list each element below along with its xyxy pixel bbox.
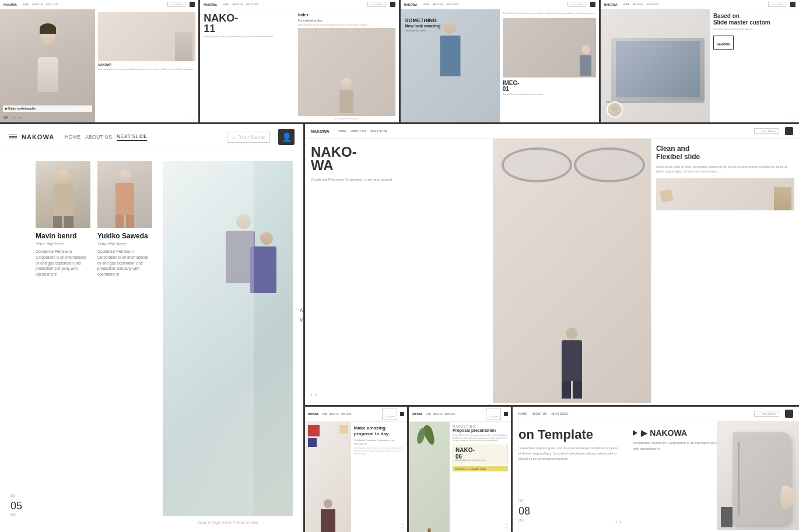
slide3-something: SOMETHING bbox=[405, 18, 495, 24]
next-arrow[interactable]: ∨ bbox=[299, 316, 303, 323]
slide4-slide-master: Slide master custom bbox=[713, 19, 796, 26]
right-bottom-slide: HOME ABOUT US NEXT SLIDE ⌕ Your Name bbox=[513, 407, 799, 532]
person2-desc: Occidental Petroleum Corporation is an i… bbox=[97, 249, 152, 277]
rbc-on: on Template bbox=[518, 428, 621, 441]
search-box[interactable]: ⌕ Your Name bbox=[227, 132, 270, 143]
slide3-imeg-num: 01 bbox=[503, 86, 596, 92]
user-avatar[interactable]: 👤 bbox=[278, 129, 295, 145]
slide-preview-2: NAKOWA HOME ABOUT US NEXT SLIDE ⌕ Your N… bbox=[200, 0, 398, 122]
slide3-new-look: New look amazing bbox=[405, 24, 495, 29]
slide-preview-4: NAKOWA HOME ABOUT US NEXT SLIDE ⌕ Your N… bbox=[601, 0, 799, 122]
bs2-proposal: Proposal presentation bbox=[453, 428, 508, 433]
nav-about[interactable]: ABOUT US bbox=[85, 134, 112, 140]
slide2-index-sub: For marketing ideo bbox=[298, 19, 395, 22]
page-num-1: 04 bbox=[10, 492, 25, 500]
slide2-nako-num: NAKO- bbox=[204, 13, 293, 23]
slide3-corp: Occidental Petroleum Corporation is an i… bbox=[503, 93, 596, 96]
person1-name: Mavin benrd bbox=[36, 232, 90, 240]
rtp-lorem: Lorem ipsum dolor sit amet, consectetur … bbox=[656, 164, 794, 174]
main-logo: NAKOWA bbox=[22, 133, 54, 140]
main-slide: NAKOWA HOME ABOUT US NEXT SLIDE ⌕ Your N… bbox=[0, 124, 303, 532]
prev-arrow[interactable]: ∧ bbox=[299, 306, 303, 313]
slide2-lorem: Lorem ipsum dolor sit amet, consectetur … bbox=[298, 24, 395, 26]
rtp-clean: Clean and bbox=[656, 145, 794, 153]
slide1-nav-links: HOME ABOUT US NEXT SLIDE bbox=[23, 3, 58, 6]
slide1-desc: Lorem ipsum dolor sit amet, consectetur … bbox=[98, 68, 195, 71]
rbc-lorem: consectetur adipiscing elit, sed do eius… bbox=[518, 446, 621, 461]
rbc-prev[interactable]: ‹ bbox=[615, 519, 617, 524]
rbc-num2: 08 bbox=[518, 506, 530, 516]
slide2-caption: ▶ Your image here Placeholder bbox=[298, 118, 395, 120]
page-num-3: 06 bbox=[10, 511, 25, 519]
rbc-next[interactable]: › bbox=[620, 519, 622, 524]
rtp-wa: WA bbox=[311, 159, 487, 172]
person1-title: Your title here bbox=[36, 241, 90, 246]
person-card-1: Mavin benrd Your title here Occidental P… bbox=[36, 161, 90, 277]
person-card-2: Yukiko Saweda Your title here Occidental… bbox=[97, 161, 152, 277]
page-num-2: 05 bbox=[10, 501, 25, 511]
person1-desc: Occidental Petroleum Corporation is an i… bbox=[36, 249, 90, 277]
slide1-search[interactable]: Your Name bbox=[173, 3, 183, 6]
slide-preview-1: NAKOWA HOME ABOUT US NEXT SLIDE ⌕ Your N… bbox=[0, 0, 198, 122]
bs2-nako-label: NAKO- bbox=[455, 447, 505, 453]
person2-title: Your title here bbox=[97, 241, 152, 246]
main-center-photo: Your image here Place holder ∧ ∨ bbox=[163, 161, 293, 525]
slide4-based: Based on bbox=[713, 13, 796, 19]
slide2-index-title: Index bbox=[298, 13, 395, 17]
rbc-num1: 07 bbox=[518, 497, 530, 505]
slide1-logo: NAKOWA bbox=[3, 3, 17, 6]
bs1-title: Make amazing proposal to day bbox=[354, 425, 404, 436]
slide3-lorem: Lorem ipsum dolor sit amet bbox=[405, 30, 495, 32]
slide4-lorem: Lorem ipsum dolor sit amet, consectetur … bbox=[713, 28, 796, 31]
bs1-corp: Occidental Petroleum Corporation is an i… bbox=[354, 439, 404, 445]
nav-next[interactable]: NEXT SLIDE bbox=[117, 133, 147, 141]
rbc-num3: 09 bbox=[518, 516, 530, 524]
rtp-next-arrow[interactable]: › bbox=[316, 392, 317, 397]
rbc-nakowa-title: ▶ NAKOWA bbox=[641, 428, 687, 438]
person2-name: Yukiko Saweda bbox=[97, 232, 152, 240]
bottom-slide-1: NAKOWA HOME ABOUT US NEXT SLIDE ⌕ Your N… bbox=[305, 407, 407, 532]
slide4-nakowa-label: NAKOWA bbox=[717, 43, 730, 46]
right-top-slide: NAKOWA HOME ABOUT US NEXT SLIDE ⌕ Your N… bbox=[305, 124, 799, 405]
slide-preview-3: NAKOWA HOME ABOUT US NEXT SLIDE ⌕ Your N… bbox=[401, 0, 599, 122]
main-nav: NAKOWA HOME ABOUT US NEXT SLIDE ⌕ Your N… bbox=[0, 124, 303, 150]
search-placeholder: Your Name bbox=[239, 134, 265, 140]
rtp-prev-arrow[interactable]: ‹ bbox=[311, 392, 313, 397]
rtp-flexibel: Flexibel slide bbox=[656, 153, 794, 161]
slide1-nav: NAKOWA HOME ABOUT US NEXT SLIDE ⌕ Your N… bbox=[0, 0, 198, 9]
rtp-nako: NAKO- bbox=[311, 146, 487, 159]
slide1-logo2: NAKOWA bbox=[98, 63, 195, 66]
bs2-works: The works (...) included in this bbox=[455, 467, 506, 470]
hamburger-icon[interactable] bbox=[9, 135, 17, 140]
bottom-slide-2: NAKOWA HOME ABOUT US NEXT SLIDE ⌕ Your N… bbox=[409, 407, 511, 532]
bs1-lorem: Lorem ipsum dolor sit amet, consectetur … bbox=[354, 447, 404, 456]
photo-caption: Your image here Place holder bbox=[163, 520, 293, 525]
search-icon: ⌕ bbox=[232, 134, 236, 140]
bs2-corp: Occidental Petroleum Corporation with op… bbox=[453, 434, 508, 442]
slide2-nako-num2: 11 bbox=[204, 23, 293, 34]
slide3-imeg: IMEG- bbox=[503, 80, 596, 86]
nav-home[interactable]: HOME bbox=[65, 134, 80, 140]
slide2-nako-desc: Lorem ipsum dolor sit amet, consectetur … bbox=[204, 36, 293, 38]
rtp-corp: Occidental Petroleum Corporation is an i… bbox=[311, 177, 487, 183]
slide1-marketing: ▶ Digital marketing plan bbox=[5, 107, 90, 110]
